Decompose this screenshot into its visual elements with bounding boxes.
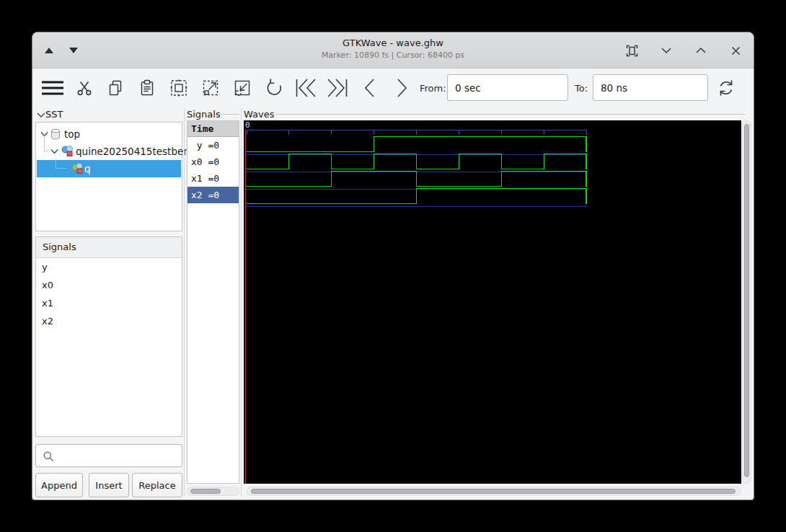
paste-button[interactable] (133, 74, 162, 102)
to-input[interactable] (593, 74, 708, 101)
from-label: From: (420, 83, 446, 94)
splitter-middle[interactable] (241, 109, 242, 497)
sst-signals-header: Signals (36, 237, 182, 258)
wave-canvas[interactable]: 0 (244, 120, 741, 484)
copy-icon (107, 79, 124, 97)
reload-button[interactable] (712, 74, 741, 102)
frame-line (220, 114, 239, 115)
close-button[interactable] (726, 41, 745, 60)
minimize-button[interactable] (657, 41, 676, 60)
next-edge-button[interactable] (387, 74, 416, 102)
to-start-icon (294, 78, 317, 98)
copy-button[interactable] (101, 74, 130, 102)
zoom-in-icon (202, 79, 219, 97)
next-edge-icon (393, 78, 410, 98)
scrollbar-thumb[interactable] (190, 489, 221, 494)
zoom-out-button[interactable] (228, 74, 257, 102)
menu-button[interactable] (38, 74, 67, 102)
prev-edge-button[interactable] (356, 74, 384, 102)
reload-icon (717, 79, 736, 97)
timeline-start-label: 0 (245, 120, 250, 130)
waves-frame-label: Waves (244, 109, 274, 120)
waves-hscrollbar[interactable] (247, 487, 741, 496)
cut-button[interactable] (70, 74, 99, 102)
sst-signals-panel: Signals y x0 x1 x2 (35, 236, 182, 437)
sst-frame-label: SST (45, 109, 63, 120)
hierarchy-top-icon (50, 128, 61, 140)
close-icon (730, 45, 741, 56)
to-end-button[interactable] (323, 74, 352, 102)
search-icon (43, 451, 54, 462)
to-end-icon (326, 78, 349, 98)
zoom-in-button[interactable] (196, 74, 225, 102)
menu-icon (40, 79, 65, 97)
tree-connector (56, 156, 66, 169)
signal-search-box (35, 444, 182, 467)
signal-list-item-y[interactable]: y (36, 258, 182, 276)
undo-button[interactable] (260, 74, 288, 102)
signals-name-panel: Time y =0 x0 =0 x1 =0 x2 =0 (187, 120, 239, 484)
splitter-left[interactable] (184, 109, 185, 497)
replace-button[interactable]: Replace (132, 473, 182, 497)
tree-item-top[interactable]: top (37, 125, 181, 143)
undo-icon (265, 79, 283, 97)
signal-row-x1[interactable]: x1 =0 (187, 170, 239, 187)
signal-row-x0[interactable]: x0 =0 (187, 154, 239, 170)
signals-hscrollbar[interactable] (187, 487, 239, 496)
maximize-icon (695, 45, 707, 56)
signal-row-y[interactable]: y =0 (187, 137, 239, 154)
signal-list-item-x0[interactable]: x0 (36, 276, 182, 294)
insert-button[interactable]: Insert (89, 473, 129, 497)
signals-frame-label: Signals (187, 109, 221, 120)
module-icon (71, 163, 84, 174)
search-input[interactable] (55, 445, 177, 466)
gtkwave-window: GTKWave - wave.ghw Marker: 10890 fs | Cu… (32, 32, 754, 500)
zoom-out-icon (234, 79, 251, 97)
time-header[interactable]: Time (187, 121, 239, 137)
zoom-fit-icon (169, 79, 188, 97)
signal-list-item-x2[interactable]: x2 (36, 312, 182, 330)
tree-connector (44, 136, 48, 151)
signal-row-x2[interactable]: x2 =0 (187, 187, 239, 203)
sst-collapse-icon[interactable] (37, 112, 45, 118)
frame-line (275, 114, 745, 115)
scrollbar-thumb[interactable] (251, 489, 736, 494)
toolbar: From: To: (32, 68, 754, 107)
titlebar[interactable]: GTKWave - wave.ghw Marker: 10890 fs | Cu… (32, 32, 754, 68)
minimize-icon (661, 45, 672, 56)
paste-icon (138, 79, 156, 97)
signal-list-item-x1[interactable]: x1 (36, 294, 182, 312)
fullscreen-button[interactable] (622, 41, 641, 60)
zoom-fit-button[interactable] (164, 74, 193, 102)
tree-item-q[interactable]: q (37, 160, 181, 177)
expander-icon[interactable] (50, 148, 58, 154)
sst-tree-panel: top quine20250415testbenc q (35, 122, 182, 231)
maximize-button[interactable] (692, 41, 710, 60)
fullscreen-icon (626, 45, 638, 57)
waveform-svg (244, 120, 741, 484)
prev-edge-icon (361, 78, 379, 98)
cut-icon (76, 79, 93, 97)
to-start-button[interactable] (291, 74, 320, 102)
waves-vscrollbar[interactable] (742, 120, 751, 484)
scrollbar-thumb[interactable] (744, 124, 749, 477)
to-label: To: (575, 83, 588, 94)
append-button[interactable]: Append (35, 473, 83, 497)
from-input[interactable] (447, 74, 568, 101)
